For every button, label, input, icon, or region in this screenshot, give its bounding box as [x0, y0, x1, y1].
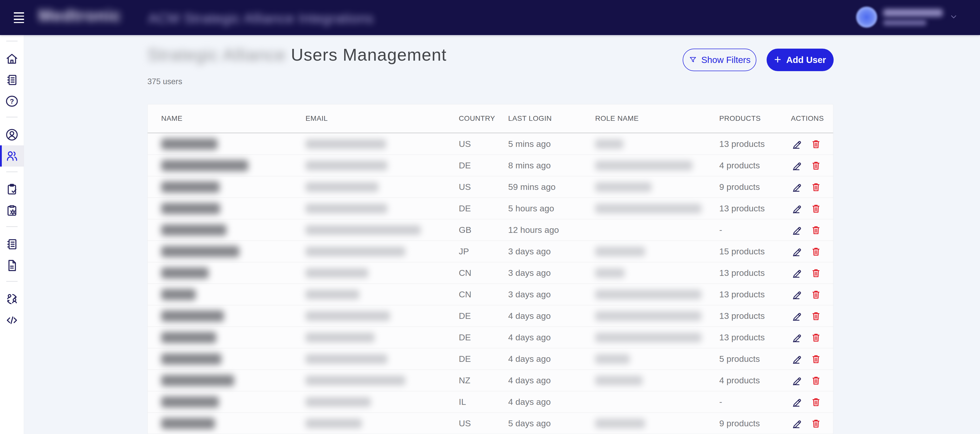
sidebar-item-account-circle[interactable]	[0, 124, 24, 145]
table-row: CN3 days ago13 products	[148, 284, 833, 305]
cell-role-name	[595, 333, 719, 342]
user-profile-menu[interactable]	[856, 6, 958, 28]
cell-products: 13 products	[719, 139, 791, 149]
sidebar-item-user-sync[interactable]	[0, 288, 24, 310]
cell-country: DE	[459, 354, 508, 364]
clipboard-gear-icon	[5, 204, 19, 218]
delete-user-button[interactable]	[810, 224, 822, 236]
edit-user-button[interactable]	[791, 289, 803, 300]
pencil-edit-icon	[791, 310, 803, 322]
cell-email	[305, 376, 459, 385]
role-redacted	[595, 311, 702, 321]
edit-user-button[interactable]	[791, 267, 803, 279]
cell-name	[161, 418, 305, 429]
delete-user-button[interactable]	[810, 267, 822, 279]
sidebar-item-users[interactable]	[0, 145, 24, 167]
sidebar-item-code[interactable]	[0, 310, 24, 331]
delete-user-button[interactable]	[810, 353, 822, 365]
column-header-email: EMAIL	[305, 114, 459, 122]
name-redacted	[161, 375, 234, 386]
cell-last-login: 4 days ago	[508, 397, 595, 407]
delete-user-button[interactable]	[810, 418, 822, 429]
delete-user-button[interactable]	[810, 181, 822, 193]
cell-products: 4 products	[719, 161, 791, 170]
edit-user-button[interactable]	[791, 181, 803, 193]
delete-user-button[interactable]	[810, 203, 822, 215]
cell-products: 13 products	[719, 311, 791, 321]
table-row: DE5 hours ago13 products	[148, 198, 833, 219]
delete-user-button[interactable]	[810, 332, 822, 343]
cell-actions	[791, 310, 833, 322]
sidebar-item-home[interactable]	[0, 48, 24, 69]
pencil-edit-icon	[791, 160, 803, 172]
delete-user-button[interactable]	[810, 138, 822, 150]
edit-user-button[interactable]	[791, 310, 803, 322]
email-redacted	[305, 268, 368, 278]
sidebar-item-document[interactable]	[0, 255, 24, 276]
page-title-redacted: Strategic Alliance	[147, 45, 286, 64]
add-user-button[interactable]: + Add User	[767, 49, 834, 71]
cell-last-login: 5 days ago	[508, 418, 595, 428]
help-circle-icon: ?	[5, 94, 19, 108]
cell-role-name	[595, 376, 719, 385]
delete-user-button[interactable]	[810, 289, 822, 300]
cell-products: 9 products	[719, 418, 791, 428]
cell-role-name	[595, 290, 719, 299]
cell-role-name	[595, 182, 719, 192]
edit-user-button[interactable]	[791, 138, 803, 150]
cell-country: DE	[459, 203, 508, 213]
pencil-edit-icon	[791, 289, 803, 300]
email-redacted	[305, 204, 387, 213]
cell-products: 15 products	[719, 246, 791, 256]
cell-products: 9 products	[719, 182, 791, 192]
role-redacted	[595, 204, 702, 213]
show-filters-button[interactable]: Show Filters	[682, 49, 756, 71]
cell-email	[305, 161, 459, 170]
user-sync-icon	[5, 292, 19, 306]
edit-user-button[interactable]	[791, 353, 803, 365]
sidebar-item-clipboard-gear[interactable]	[0, 200, 24, 221]
cell-actions	[791, 396, 833, 408]
edit-user-button[interactable]	[791, 160, 803, 172]
pencil-edit-icon	[791, 332, 803, 343]
cell-last-login: 12 hours ago	[508, 225, 595, 235]
cell-name	[161, 224, 305, 236]
edit-user-button[interactable]	[791, 246, 803, 258]
delete-user-button[interactable]	[810, 375, 822, 386]
cell-email	[305, 397, 459, 407]
pencil-edit-icon	[791, 396, 803, 408]
add-user-label: Add User	[786, 55, 826, 65]
cell-email	[305, 354, 459, 364]
plus-icon: +	[774, 54, 781, 65]
edit-user-button[interactable]	[791, 375, 803, 386]
email-redacted	[305, 290, 359, 299]
sidebar-item-ledger[interactable]	[0, 234, 24, 255]
users-table-card: NAMEEMAILCOUNTRYLAST LOGINROLE NAMEPRODU…	[147, 104, 834, 434]
svg-text:?: ?	[10, 97, 14, 105]
name-redacted	[161, 289, 196, 300]
sidebar-item-ledger[interactable]	[0, 69, 24, 91]
cell-name	[161, 267, 305, 279]
cell-actions	[791, 267, 833, 279]
table-row: DE4 days ago5 products	[148, 348, 833, 370]
cell-name	[161, 160, 305, 171]
name-redacted	[161, 160, 248, 171]
delete-user-button[interactable]	[810, 160, 822, 172]
edit-user-button[interactable]	[791, 396, 803, 408]
cell-last-login: 5 hours ago	[508, 203, 595, 213]
menu-button[interactable]	[14, 12, 24, 23]
cell-name	[161, 310, 305, 322]
edit-user-button[interactable]	[791, 418, 803, 429]
edit-user-button[interactable]	[791, 224, 803, 236]
delete-user-button[interactable]	[810, 246, 822, 258]
delete-user-button[interactable]	[810, 310, 822, 322]
sidebar-item-help-circle[interactable]: ?	[0, 91, 24, 112]
edit-user-button[interactable]	[791, 203, 803, 215]
sidebar-divider	[6, 172, 18, 172]
header-actions: Show Filters + Add User	[682, 49, 834, 71]
cell-country: GB	[459, 225, 508, 235]
cell-role-name	[595, 419, 719, 428]
sidebar-item-clipboard-check[interactable]	[0, 179, 24, 200]
delete-user-button[interactable]	[810, 396, 822, 408]
edit-user-button[interactable]	[791, 332, 803, 343]
